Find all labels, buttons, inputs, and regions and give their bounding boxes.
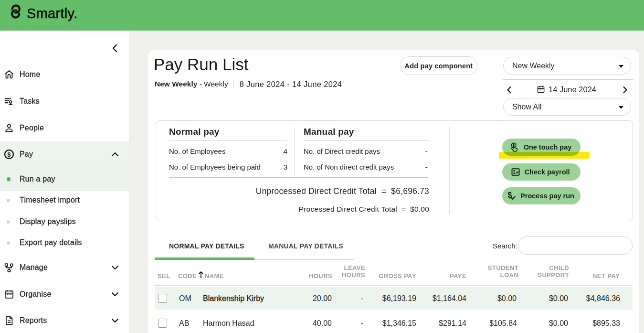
svg-text:$: $ — [7, 151, 11, 158]
